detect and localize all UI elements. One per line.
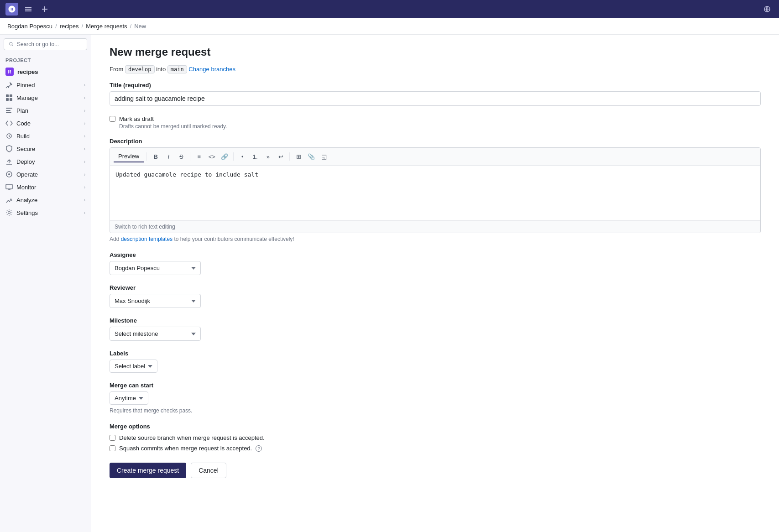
- sidebar-item-deploy[interactable]: Deploy ›: [0, 155, 91, 168]
- sidebar-project-row[interactable]: R recipes: [0, 65, 91, 78]
- sidebar-search[interactable]: Search or go to...: [4, 38, 87, 50]
- delete-branch-checkbox[interactable]: [110, 435, 115, 441]
- globe-button[interactable]: [761, 3, 774, 16]
- chevron-right-icon: ›: [84, 121, 85, 126]
- pin-icon: [5, 81, 13, 89]
- reviewer-section: Reviewer Max Snoodijk: [110, 284, 761, 308]
- project-avatar: R: [5, 68, 14, 76]
- draft-checkbox[interactable]: [110, 116, 115, 122]
- draft-checkbox-row: Mark as draft Drafts cannot be merged un…: [110, 115, 761, 130]
- svg-rect-10: [6, 110, 10, 111]
- chevron-right-icon: ›: [84, 108, 85, 113]
- description-templates-link[interactable]: description templates: [121, 236, 173, 242]
- analyze-icon: [5, 196, 13, 203]
- title-label: Title (required): [110, 82, 761, 89]
- blockquote-button[interactable]: ≡: [193, 151, 205, 162]
- sidebar-item-label: Secure: [16, 146, 80, 152]
- breadcrumb-section[interactable]: Merge requests: [86, 23, 127, 30]
- draft-label[interactable]: Mark as draft: [119, 115, 154, 122]
- cancel-button[interactable]: Cancel: [191, 463, 226, 478]
- branch-into-tag: main: [167, 65, 187, 73]
- rich-text-switch[interactable]: Switch to rich text editing: [110, 220, 760, 233]
- delete-branch-label[interactable]: Delete source branch when merge request …: [119, 434, 265, 441]
- sidebar-item-analyze[interactable]: Analyze ›: [0, 193, 91, 206]
- app-logo[interactable]: [5, 3, 18, 16]
- delete-branch-row: Delete source branch when merge request …: [110, 434, 761, 441]
- search-button[interactable]: Search or go to...: [4, 38, 87, 50]
- sidebar-item-monitor[interactable]: Monitor ›: [0, 181, 91, 193]
- italic-button[interactable]: I: [162, 151, 174, 162]
- sidebar-item-label: Pinned: [16, 82, 80, 89]
- svg-rect-2: [25, 10, 31, 11]
- sidebar-item-manage[interactable]: Manage ›: [0, 91, 91, 104]
- milestone-section: Milestone Select milestone: [110, 317, 761, 341]
- milestone-label: Milestone: [110, 317, 761, 324]
- indent-button[interactable]: »: [262, 151, 274, 162]
- sidebar-item-label: Monitor: [16, 184, 80, 191]
- sidebar-toggle-button[interactable]: [22, 3, 35, 16]
- table-button[interactable]: ⊞: [293, 151, 304, 162]
- sidebar-item-label: Manage: [16, 94, 80, 101]
- sidebar-item-build[interactable]: Build ›: [0, 130, 91, 142]
- sidebar-item-label: Settings: [16, 209, 80, 216]
- sidebar-item-plan[interactable]: Plan ›: [0, 104, 91, 117]
- assignee-select[interactable]: Bogdan Popescu: [110, 261, 201, 275]
- sidebar-item-code[interactable]: Code ›: [0, 117, 91, 130]
- bold-button[interactable]: B: [150, 151, 162, 162]
- sidebar-item-settings[interactable]: Settings ›: [0, 206, 91, 219]
- squash-commits-checkbox[interactable]: [110, 445, 115, 451]
- title-input[interactable]: [110, 91, 761, 106]
- sidebar: Search or go to... Project R recipes Pin…: [0, 35, 91, 532]
- manage-icon: [5, 94, 13, 101]
- labels-label: Labels: [110, 350, 761, 357]
- sidebar-item-operate[interactable]: Operate ›: [0, 168, 91, 181]
- toolbar-separator: [146, 152, 147, 161]
- code-button[interactable]: <>: [206, 151, 218, 162]
- merge-start-section: Merge can start Anytime Requires that me…: [110, 382, 761, 414]
- merge-options-label: Merge options: [110, 423, 761, 430]
- description-help: Add description templates to help your c…: [110, 236, 761, 242]
- description-body[interactable]: Updated guacamole recipe to include salt: [110, 166, 760, 220]
- squash-help-icon[interactable]: ?: [256, 445, 262, 452]
- title-section: Title (required): [110, 82, 761, 106]
- svg-rect-11: [6, 112, 11, 113]
- svg-rect-0: [25, 7, 31, 8]
- description-label: Description: [110, 138, 761, 145]
- create-merge-request-button[interactable]: Create merge request: [110, 463, 186, 478]
- svg-point-16: [8, 212, 10, 214]
- link-button[interactable]: 🔗: [219, 151, 230, 162]
- editor-toolbar: Preview B I S ≡ <> 🔗 • 1. » ↩ ⊞ 📎: [110, 148, 760, 166]
- sidebar-item-pinned[interactable]: Pinned ›: [0, 78, 91, 91]
- ordered-list-button[interactable]: 1.: [249, 151, 261, 162]
- svg-rect-6: [10, 94, 12, 97]
- branch-from-tag: develop: [125, 65, 155, 73]
- reviewer-select[interactable]: Max Snoodijk: [110, 294, 201, 308]
- breadcrumb-project[interactable]: recipes: [60, 23, 79, 30]
- bullet-list-button[interactable]: •: [236, 151, 248, 162]
- toolbar-separator: [233, 152, 234, 161]
- task-list-button[interactable]: ↩: [275, 151, 287, 162]
- code-icon: [5, 120, 13, 127]
- labels-select-button[interactable]: Select label: [110, 360, 157, 373]
- editor-preview-tab[interactable]: Preview: [114, 151, 144, 162]
- sidebar-item-label: Analyze: [16, 197, 80, 203]
- milestone-select[interactable]: Select milestone: [110, 327, 201, 341]
- chevron-right-icon: ›: [84, 185, 85, 190]
- fullscreen-button[interactable]: ◱: [318, 151, 330, 162]
- breadcrumb-user[interactable]: Bogdan Popescu: [7, 23, 52, 30]
- svg-rect-1: [25, 9, 31, 10]
- toolbar-separator: [190, 152, 190, 161]
- operate-icon: [5, 171, 13, 178]
- new-item-button[interactable]: [38, 3, 51, 16]
- change-branches-link[interactable]: Change branches: [188, 66, 235, 73]
- merge-start-button[interactable]: Anytime: [110, 391, 148, 405]
- strikethrough-button[interactable]: S: [175, 151, 187, 162]
- squash-commits-label[interactable]: Squash commits when merge request is acc…: [119, 445, 252, 452]
- monitor-icon: [5, 183, 13, 191]
- chevron-down-icon: [148, 364, 152, 369]
- shield-icon: [5, 145, 13, 152]
- project-name: recipes: [17, 68, 38, 75]
- deploy-icon: [5, 158, 13, 165]
- attach-button[interactable]: 📎: [305, 151, 317, 162]
- sidebar-item-secure[interactable]: Secure ›: [0, 142, 91, 155]
